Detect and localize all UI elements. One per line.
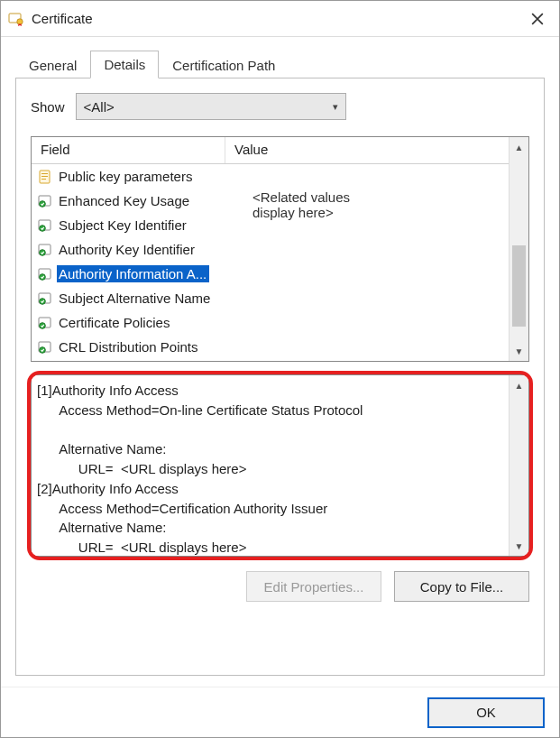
copy-to-file-button[interactable]: Copy to File... bbox=[394, 571, 529, 602]
show-dropdown[interactable]: <All> ▾ bbox=[76, 93, 346, 120]
list-item[interactable]: Subject Alternative Name bbox=[32, 286, 509, 310]
svg-point-7 bbox=[40, 200, 46, 207]
page-icon bbox=[37, 169, 53, 185]
svg-point-19 bbox=[40, 346, 46, 353]
svg-point-17 bbox=[40, 322, 46, 328]
scroll-up-icon[interactable]: ▲ bbox=[510, 137, 528, 157]
field-label: Subject Key Identifier bbox=[57, 217, 189, 234]
scroll-down-icon[interactable]: ▼ bbox=[510, 536, 528, 556]
svg-point-9 bbox=[40, 225, 46, 231]
show-filter-row: Show <All> ▾ bbox=[31, 93, 529, 120]
svg-point-1 bbox=[17, 18, 23, 23]
scroll-up-icon[interactable]: ▲ bbox=[510, 375, 528, 395]
tab-general[interactable]: General bbox=[15, 51, 90, 78]
fields-listview: Field Value <Related values display here… bbox=[31, 136, 529, 362]
svg-rect-4 bbox=[41, 176, 48, 177]
detail-buttons: Edit Properties... Copy to File... bbox=[31, 571, 529, 602]
list-item[interactable]: Certificate Policies bbox=[32, 310, 509, 335]
col-value[interactable]: Value bbox=[225, 137, 509, 163]
listview-rows: <Related values display here> Public key… bbox=[32, 164, 509, 361]
chevron-down-icon: ▾ bbox=[333, 101, 338, 113]
list-item[interactable]: Public key parameters bbox=[32, 164, 509, 189]
tab-details[interactable]: Details bbox=[90, 51, 159, 78]
ext-icon bbox=[37, 266, 53, 282]
show-dropdown-value: <All> bbox=[84, 99, 115, 115]
ext-icon bbox=[37, 193, 53, 209]
field-label: Certificate Policies bbox=[57, 314, 172, 331]
edit-properties-button: Edit Properties... bbox=[246, 571, 381, 602]
list-item[interactable]: Authority Information A... bbox=[32, 262, 509, 286]
tab-certification-path[interactable]: Certification Path bbox=[159, 51, 289, 78]
scroll-thumb[interactable] bbox=[512, 245, 526, 327]
window-title: Certificate bbox=[32, 11, 518, 26]
scroll-down-icon[interactable]: ▼ bbox=[510, 341, 528, 361]
listview-header: Field Value bbox=[32, 137, 509, 164]
ext-icon bbox=[37, 339, 53, 355]
ext-icon bbox=[37, 291, 53, 307]
tabstrip: General Details Certification Path bbox=[15, 50, 545, 78]
ok-button[interactable]: OK bbox=[427, 697, 545, 728]
field-label: Authority Key Identifier bbox=[57, 241, 197, 258]
detail-value-box: [1]Authority Info Access Access Method=O… bbox=[31, 374, 529, 557]
listview-scrollbar[interactable]: ▲ ▼ bbox=[509, 137, 528, 361]
field-label: Enhanced Key Usage bbox=[57, 192, 192, 209]
svg-point-15 bbox=[40, 298, 46, 304]
dialog-footer: OK bbox=[1, 687, 559, 737]
svg-point-11 bbox=[40, 249, 46, 255]
ext-icon bbox=[37, 315, 53, 331]
field-label: CRL Distribution Points bbox=[57, 338, 201, 355]
certificate-dialog: Certificate General Details Certificatio… bbox=[0, 0, 560, 738]
value-placeholder: <Related values display here> bbox=[252, 189, 350, 220]
col-field[interactable]: Field bbox=[32, 137, 225, 163]
ext-icon bbox=[37, 242, 53, 258]
field-label: Subject Alternative Name bbox=[57, 290, 213, 307]
certificate-icon bbox=[8, 11, 24, 27]
svg-point-13 bbox=[40, 273, 46, 280]
svg-rect-5 bbox=[41, 179, 46, 180]
svg-rect-3 bbox=[41, 173, 48, 174]
show-label: Show bbox=[31, 99, 65, 115]
field-label: Public key parameters bbox=[57, 168, 195, 185]
tab-details-panel: Show <All> ▾ Field Value <Related values… bbox=[15, 78, 545, 676]
list-item[interactable]: CRL Distribution Points bbox=[32, 335, 509, 359]
list-item[interactable]: Authority Key Identifier bbox=[32, 237, 509, 262]
field-label: Authority Information A... bbox=[57, 265, 209, 282]
detail-value-text[interactable]: [1]Authority Info Access Access Method=O… bbox=[32, 375, 509, 556]
ext-icon bbox=[37, 217, 53, 234]
close-button[interactable] bbox=[518, 2, 557, 36]
titlebar: Certificate bbox=[1, 1, 559, 37]
detail-scrollbar[interactable]: ▲ ▼ bbox=[509, 375, 528, 556]
dialog-body: General Details Certification Path Show … bbox=[1, 37, 559, 687]
